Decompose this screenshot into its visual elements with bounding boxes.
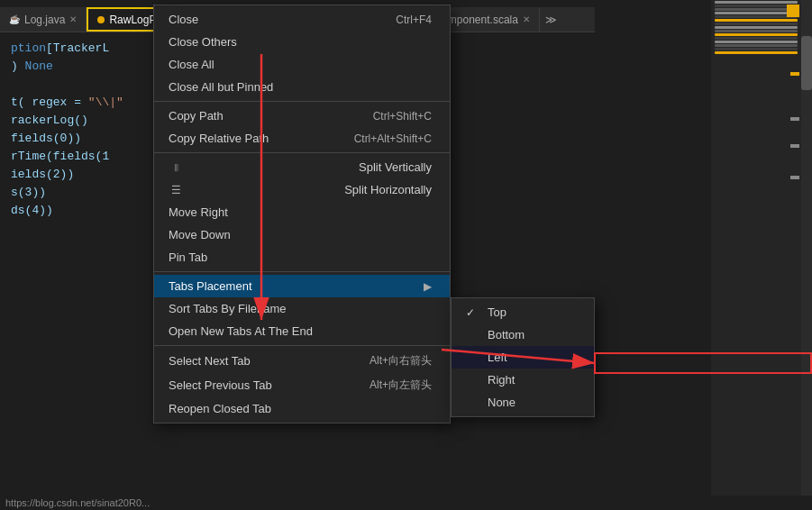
minimap-line <box>715 44 798 47</box>
menu-item-open-new-end[interactable]: Open New Tabs At The End <box>154 320 450 342</box>
submenu-label-right: Right <box>488 373 515 387</box>
menu-shortcut-next-tab: Alt+向右箭头 <box>370 353 432 369</box>
scrollbar-thumb[interactable] <box>801 36 812 90</box>
menu-label-move-right: Move Right <box>169 205 228 219</box>
menu-item-close-pinned[interactable]: Close All but Pinned <box>154 76 450 98</box>
minimap-line <box>715 15 798 18</box>
menu-item-move-down[interactable]: Move Down <box>154 223 450 246</box>
menu-label-prev-tab: Select Previous Tab <box>169 378 272 392</box>
menu-shortcut-close: Ctrl+F4 <box>396 14 432 26</box>
menu-label-close-pinned: Close All but Pinned <box>169 80 273 94</box>
minimap <box>711 0 801 510</box>
check-icon-none <box>466 396 480 409</box>
menu-label-next-tab: Select Next Tab <box>169 354 251 368</box>
menu-shortcut-copy-path: Ctrl+Shift+C <box>373 110 432 123</box>
menu-item-prev-tab[interactable]: Select Previous Tab Alt+向左箭头 <box>154 373 450 397</box>
scroll-marker-4 <box>790 176 799 179</box>
check-icon-right <box>466 374 480 387</box>
minimap-line <box>715 30 798 32</box>
tabs-placement-submenu: ✓ Top Bottom Left Right None <box>451 297 595 417</box>
menu-item-close[interactable]: Close Ctrl+F4 <box>154 8 450 31</box>
scroll-marker-2 <box>790 117 799 121</box>
tab-modified-dot <box>97 16 105 23</box>
submenu-arrow-icon: ▶ <box>424 280 432 293</box>
minimap-line <box>715 37 798 40</box>
menu-shortcut-prev-tab: Alt+向左箭头 <box>370 378 432 393</box>
menu-item-copy-rel-path[interactable]: Copy Relative Path Ctrl+Alt+Shift+C <box>154 127 450 150</box>
menu-item-sort-tabs[interactable]: Sort Tabs By Filename <box>154 297 450 320</box>
menu-separator-2 <box>154 152 450 153</box>
minimap-line <box>715 33 798 36</box>
submenu-item-left[interactable]: Left <box>452 346 594 369</box>
menu-label-close-others: Close Others <box>169 35 237 49</box>
tab-log-java[interactable]: ☕ Log.java ✕ <box>0 7 87 32</box>
minimap-line <box>715 19 798 22</box>
menu-item-next-tab[interactable]: Select Next Tab Alt+向右箭头 <box>154 349 450 373</box>
menu-label-split-h: Split Horizontally <box>344 183 432 196</box>
menu-label-tabs-placement: Tabs Placement <box>169 279 252 293</box>
split-v-icon: ⫴ <box>169 161 183 174</box>
split-h-icon: ☰ <box>169 184 183 196</box>
submenu-item-bottom[interactable]: Bottom <box>452 323 594 346</box>
menu-item-reopen[interactable]: Reopen Closed Tab <box>154 397 450 420</box>
scrollbar-track[interactable] <box>801 0 812 510</box>
check-icon-bottom <box>466 329 480 342</box>
menu-shortcut-copy-rel-path: Ctrl+Alt+Shift+C <box>354 132 432 145</box>
menu-item-move-right[interactable]: Move Right <box>154 201 450 223</box>
menu-separator-1 <box>154 101 450 102</box>
menu-label-copy-path: Copy Path <box>169 109 224 123</box>
menu-separator-4 <box>154 345 450 346</box>
minimap-line <box>715 23 798 25</box>
menu-label-open-new-end: Open New Tabs At The End <box>169 324 313 338</box>
menu-item-close-others[interactable]: Close Others <box>154 31 450 53</box>
scroll-marker-3 <box>790 144 799 148</box>
menu-label-pin-tab: Pin Tab <box>169 250 207 264</box>
minimap-line <box>715 51 798 54</box>
minimap-line <box>715 8 798 11</box>
submenu-label-none: None <box>488 396 515 409</box>
minimap-line <box>715 1 798 4</box>
minimap-line <box>715 48 798 50</box>
tab-icon-java: ☕ <box>9 14 20 24</box>
menu-item-split-v[interactable]: ⫴ Split Vertically <box>154 156 450 178</box>
menu-label-copy-rel-path: Copy Relative Path <box>169 132 269 145</box>
status-indicator <box>787 5 799 17</box>
tab-close-output[interactable]: ✕ <box>523 14 530 24</box>
scroll-marker-1 <box>790 72 799 76</box>
menu-label-reopen: Reopen Closed Tab <box>169 402 271 415</box>
tab-more-button[interactable]: ≫ <box>540 14 562 26</box>
minimap-line <box>715 26 798 29</box>
tab-close-log[interactable]: ✕ <box>69 14 77 24</box>
menu-item-split-h[interactable]: ☰ Split Horizontally <box>154 178 450 201</box>
minimap-line <box>715 5 798 7</box>
menu-label-split-v: Split Vertically <box>359 160 432 174</box>
menu-label-close: Close <box>169 13 198 26</box>
menu-item-close-all[interactable]: Close All <box>154 53 450 76</box>
menu-label-move-down: Move Down <box>169 228 231 241</box>
minimap-line <box>715 41 798 43</box>
right-panel <box>595 0 812 510</box>
submenu-item-top[interactable]: ✓ Top <box>452 301 594 323</box>
menu-separator-3 <box>154 271 450 272</box>
submenu-label-left: Left <box>488 351 507 364</box>
menu-label-close-all: Close All <box>169 58 214 71</box>
menu-item-copy-path[interactable]: Copy Path Ctrl+Shift+C <box>154 105 450 127</box>
check-icon-left <box>466 351 480 364</box>
minimap-line <box>715 12 798 14</box>
bottom-url-text: https://blog.csdn.net/sinat20R0... <box>5 497 150 508</box>
check-icon-top: ✓ <box>466 306 480 319</box>
submenu-item-none[interactable]: None <box>452 391 594 414</box>
menu-label-sort-tabs: Sort Tabs By Filename <box>169 302 287 315</box>
submenu-label-bottom: Bottom <box>488 328 525 342</box>
tab-label-log: Log.java <box>24 14 65 26</box>
context-menu: Close Ctrl+F4 Close Others Close All Clo… <box>153 5 451 423</box>
submenu-item-right[interactable]: Right <box>452 369 594 391</box>
menu-item-tabs-placement[interactable]: Tabs Placement ▶ <box>154 275 450 297</box>
bottom-url: https://blog.csdn.net/sinat20R0... <box>0 496 812 510</box>
menu-item-pin-tab[interactable]: Pin Tab <box>154 246 450 269</box>
submenu-label-top: Top <box>488 305 506 319</box>
